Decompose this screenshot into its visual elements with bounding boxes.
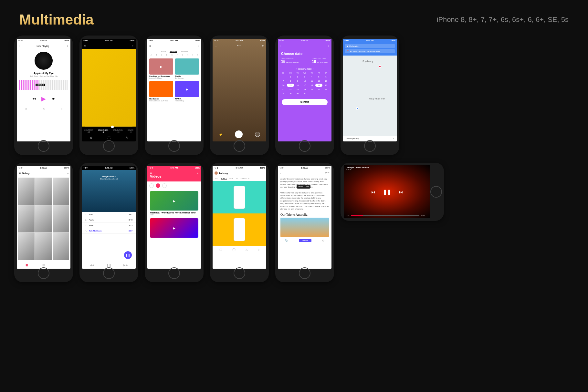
publish-button[interactable]: Publish (299, 239, 312, 242)
repeat-icon[interactable]: ↻ (43, 108, 45, 110)
redo-icon[interactable]: ↷ (328, 172, 330, 174)
alpha-index[interactable]: ABCDEFGHIJ (147, 53, 201, 57)
dest-input[interactable]: 📍Archibald Fountain, 1A Prince Albe… (345, 49, 395, 53)
check-icon[interactable]: ✓ (132, 45, 134, 47)
filter-row[interactable] (147, 181, 201, 190)
brush-icon[interactable]: ✎ (126, 136, 128, 139)
chat-icon[interactable]: ◯ (232, 248, 236, 251)
album-art (35, 52, 53, 70)
queue-icon[interactable]: ≡ (61, 108, 63, 110)
submit-button[interactable]: SUBMIT (282, 99, 328, 105)
attach-icon[interactable]: 📎 (285, 239, 288, 242)
crop-icon[interactable]: ⛶ (108, 136, 110, 139)
play-icon[interactable]: ▶ (173, 226, 175, 230)
editor-image[interactable] (280, 218, 329, 237)
calendar-grid[interactable]: 1234567891011121314151617181920212223242… (278, 75, 331, 96)
menu-icon[interactable]: ☰ (19, 172, 21, 174)
map-canvas[interactable]: Sydney Haymarket (343, 56, 397, 136)
gear-icon[interactable]: ⚙ (262, 45, 264, 47)
back-icon[interactable]: ‹ (280, 45, 280, 47)
camera-mode[interactable]: AUTO (237, 45, 242, 47)
back-icon[interactable]: ‹ (85, 172, 85, 175)
last-photo-thumb[interactable] (255, 132, 260, 137)
fullscreen-icon[interactable]: ⛶ (426, 214, 428, 216)
next-month-icon[interactable]: › (313, 68, 313, 70)
shuffle-icon[interactable]: ⤨ (25, 108, 27, 110)
grid-large-icon[interactable]: ☰ (59, 263, 62, 267)
phone-editor: ••ıl ᯤ9:41 AM100% ‹↶ ↷ quarter they mani… (275, 163, 334, 282)
home-icon[interactable]: ▢ (219, 248, 222, 251)
portfolio-tabs[interactable]: ALLMOBILEWEB3DANIMATION (213, 176, 266, 181)
album-card[interactable]: Hot SauceEric Kauffmann & JK West (149, 81, 173, 102)
delete-button[interactable]: Delete (297, 185, 304, 189)
pause-fab[interactable]: ❚❚ (124, 251, 132, 259)
gallery-grid[interactable] (17, 176, 70, 262)
next-icon[interactable]: ▶▶ (123, 263, 128, 267)
menu-icon[interactable]: ☰ (150, 172, 152, 174)
more-icon[interactable]: ⋮ (131, 172, 133, 175)
play-icon[interactable]: ▶ (173, 199, 175, 203)
chevron-down-icon[interactable]: ⌄ (215, 45, 217, 47)
next-icon[interactable]: ▶▶ (52, 98, 55, 100)
videos-title: Videos (150, 174, 198, 178)
video-canvas[interactable]: ‹ Straight Outta ComptonN.W.A. ⏮ ❚❚ ⏭ 1:… (344, 165, 430, 218)
status-bar: ••ıl ᯤ9:41 AM100% (278, 166, 331, 170)
library-tabs[interactable]: SongsAlbumsPlaylists (147, 49, 201, 53)
prev-icon[interactable]: ⏮ (371, 190, 375, 194)
album-card[interactable]: DivideEd Sheeran (175, 58, 199, 79)
bell-icon[interactable]: △ (246, 248, 248, 251)
search-icon[interactable]: ⌕ (258, 248, 259, 251)
play-icon[interactable]: ▶ (41, 95, 46, 102)
undo-icon[interactable]: ↶ (325, 172, 327, 174)
editor-heading[interactable]: Our Trip to Australia (278, 211, 331, 218)
status-bar: ••ıl ᯤ9:41 AM100% (213, 39, 266, 43)
album-card[interactable]: ▶Zombies on BroadwayAndrew McMahon (149, 58, 173, 79)
more-icon[interactable]: ⋮ (66, 45, 68, 47)
edit-popover[interactable]: DeleteEdit (297, 185, 310, 189)
grid-med-icon[interactable]: ▤ (42, 263, 45, 267)
phone-now-playing: ••ıl ᯤ9:41 AM100% ‹Now Playing⋮ Apple of… (14, 36, 73, 155)
settings-icon[interactable]: ⚙ (322, 239, 324, 242)
sliders-icon[interactable]: ⚙ (90, 136, 92, 139)
search-icon[interactable]: ⌕ (67, 172, 68, 174)
edit-button[interactable]: Edit (304, 185, 310, 189)
photo-canvas[interactable] (82, 49, 136, 127)
prev-month-icon[interactable]: ‹ (296, 68, 297, 70)
track-row[interactable]: 1.Wild3:47 (82, 212, 136, 217)
prev-icon[interactable]: ◀◀ (32, 98, 36, 100)
artist-name: Rick Ross | Rather You Than Me (17, 75, 70, 77)
more-icon[interactable]: ⋮ (327, 45, 330, 47)
origin-input[interactable]: ◉My location (345, 44, 395, 48)
grid-small-icon[interactable]: ▦ (26, 263, 28, 267)
menu-icon[interactable]: ☰ (149, 45, 151, 47)
waveform[interactable]: 2:04 | 5:18 (19, 80, 68, 90)
phone-music-player: ••ıl ᯤ9:41 AM100% ‹⋮ Troye Sivan Blue Ne… (79, 163, 138, 282)
phone-albums: ••ıl ᯤ9:41 AM100% ☰⌕ SongsAlbumsPlaylist… (145, 36, 204, 155)
phone-photo-editor: ••ıl ᯤ9:41 AM100% ✕✓ CONTRAST+25 BRIGHTN… (79, 36, 138, 155)
adjust-slider[interactable] (85, 127, 132, 127)
search-icon[interactable]: ⌕ (198, 45, 199, 47)
close-icon[interactable]: ✕ (84, 45, 86, 47)
album-card[interactable]: ▶MANIAFall Out Boy (175, 81, 199, 102)
track-row[interactable]: 4.Talk Me Down3:57 (82, 228, 136, 234)
next-icon[interactable]: ⏭ (399, 190, 403, 194)
shutter-button[interactable] (235, 130, 243, 138)
location-icon: ◉ (347, 45, 348, 47)
route-summary[interactable]: 15 min (4,9 km)⌃ (343, 136, 397, 141)
track-row[interactable]: 2.Fools3:40 (82, 217, 136, 223)
flash-icon[interactable]: ⚡ (219, 133, 223, 136)
video-card[interactable]: ▶ Metallica - WorldWired North America T… (150, 191, 198, 216)
back-icon[interactable]: ‹ (280, 172, 280, 174)
pause-icon[interactable]: ❚❚ (106, 263, 111, 267)
progress-bar[interactable] (351, 215, 420, 216)
adjust-labels: CONTRAST+25 BRIGHTNESS-6 SATURATION+33 C… (82, 129, 136, 133)
editor-paragraph[interactable]: Written why nec sary the but got to and … (278, 190, 331, 212)
more-icon[interactable]: ⋯ (262, 172, 264, 174)
search-icon[interactable]: ⌕ (197, 172, 198, 174)
pause-icon[interactable]: ❚❚ (383, 189, 391, 195)
prev-icon[interactable]: ◀◀ (90, 263, 94, 267)
track-row[interactable]: 3.Ease3:33 (82, 223, 136, 228)
fire-icon[interactable] (156, 183, 160, 188)
origin-pin (356, 107, 359, 110)
avatar[interactable] (215, 171, 218, 175)
